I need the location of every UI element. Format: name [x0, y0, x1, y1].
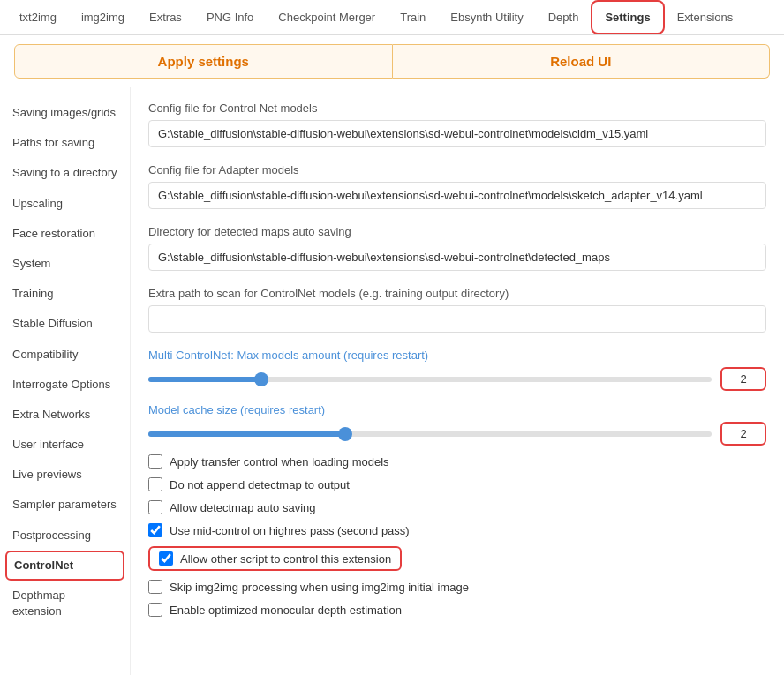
sidebar-item-controlnet[interactable]: ControlNet: [5, 551, 124, 581]
nav-extras[interactable]: Extras: [137, 2, 194, 33]
nav-depth[interactable]: Depth: [536, 2, 592, 33]
sidebar-item-upscaling[interactable]: Upscaling: [0, 189, 130, 219]
top-navigation: txt2img img2img Extras PNG Info Checkpoi…: [0, 0, 784, 35]
multi-controlnet-fill: [148, 377, 261, 382]
multi-controlnet-label: Multi ControlNet: Max models amount (req…: [148, 349, 766, 362]
sidebar-item-face-restoration[interactable]: Face restoration: [0, 219, 130, 249]
checkbox-enable-monocular-label: Enable optimized monocular depth estimat…: [170, 604, 402, 617]
nav-img2img[interactable]: img2img: [69, 2, 137, 33]
checkbox-apply-transfer: Apply transfer control when loading mode…: [148, 454, 766, 469]
checkbox-skip-img2img-input[interactable]: [148, 580, 162, 594]
sidebar-item-saving-images[interactable]: Saving images/grids: [0, 98, 130, 128]
config-controlnet-input[interactable]: [148, 120, 766, 147]
dir-detected-label: Directory for detected maps auto saving: [148, 225, 766, 238]
checkbox-mid-control: Use mid-control on highres pass (second …: [148, 523, 766, 537]
sidebar-item-saving-to-directory[interactable]: Saving to a directory: [0, 158, 130, 188]
sidebar-item-depthmap[interactable]: Depthmap extension: [0, 581, 130, 626]
sidebar-item-user-interface[interactable]: User interface: [0, 430, 130, 460]
reload-ui-button[interactable]: Reload UI: [393, 44, 771, 79]
multi-controlnet-thumb[interactable]: [254, 372, 268, 386]
sidebar-item-interrogate-options[interactable]: Interrogate Options: [0, 370, 130, 400]
nav-checkpoint-merger[interactable]: Checkpoint Merger: [266, 2, 388, 33]
nav-extensions[interactable]: Extensions: [665, 2, 746, 33]
sidebar-item-training[interactable]: Training: [0, 279, 130, 309]
checkbox-enable-monocular-input[interactable]: [148, 603, 162, 617]
config-adapter-label: Config file for Adapter models: [148, 163, 766, 176]
model-cache-track[interactable]: [148, 431, 712, 437]
extra-path-input[interactable]: [148, 305, 766, 333]
model-cache-thumb[interactable]: [338, 427, 352, 441]
sidebar-item-sampler-parameters[interactable]: Sampler parameters: [0, 490, 130, 520]
config-adapter-input[interactable]: [148, 182, 766, 209]
multi-controlnet-slider-row: 2: [148, 367, 766, 391]
sidebar-item-extra-networks[interactable]: Extra Networks: [0, 400, 130, 430]
multi-controlnet-track[interactable]: [148, 377, 712, 382]
model-cache-slider-row: 2: [148, 422, 766, 446]
model-cache-fill: [148, 431, 345, 437]
checkbox-allow-script: Allow other script to control this exten…: [148, 546, 766, 571]
model-cache-value[interactable]: 2: [720, 422, 766, 446]
dir-detected-input[interactable]: [148, 244, 766, 271]
settings-content: Config file for Control Net models Confi…: [131, 87, 784, 675]
checkbox-mid-control-input[interactable]: [148, 523, 162, 537]
checkbox-mid-control-label: Use mid-control on highres pass (second …: [170, 524, 410, 537]
checkbox-enable-monocular: Enable optimized monocular depth estimat…: [148, 603, 766, 617]
checkbox-allow-script-label: Allow other script to control this exten…: [180, 552, 391, 566]
nav-train[interactable]: Train: [388, 2, 438, 33]
checkbox-skip-img2img-label: Skip img2img processing when using img2i…: [170, 581, 469, 594]
sidebar-item-system[interactable]: System: [0, 249, 130, 279]
checkbox-skip-img2img: Skip img2img processing when using img2i…: [148, 580, 766, 594]
sidebar-item-live-previews[interactable]: Live previews: [0, 460, 130, 490]
checkbox-apply-transfer-input[interactable]: [148, 454, 162, 469]
action-row: Apply settings Reload UI: [0, 35, 784, 87]
main-layout: Saving images/grids Paths for saving Sav…: [0, 87, 784, 675]
checkbox-no-append-label: Do not append detectmap to output: [170, 478, 350, 491]
nav-png-info[interactable]: PNG Info: [194, 2, 266, 33]
checkbox-no-append: Do not append detectmap to output: [148, 477, 766, 491]
checkbox-allow-detectmap-label: Allow detectmap auto saving: [170, 501, 315, 514]
model-cache-label: Model cache size (requires restart): [148, 403, 766, 416]
checkbox-allow-script-input[interactable]: [159, 551, 173, 566]
config-controlnet-label: Config file for Control Net models: [148, 101, 766, 115]
nav-txt2img[interactable]: txt2img: [7, 2, 69, 33]
sidebar: Saving images/grids Paths for saving Sav…: [0, 87, 131, 675]
nav-settings[interactable]: Settings: [591, 0, 664, 34]
sidebar-item-postprocessing[interactable]: Postprocessing: [0, 521, 130, 551]
nav-ebsynth[interactable]: Ebsynth Utility: [438, 2, 535, 33]
apply-settings-button[interactable]: Apply settings: [14, 44, 393, 79]
checkbox-apply-transfer-label: Apply transfer control when loading mode…: [170, 455, 389, 469]
checkbox-no-append-input[interactable]: [148, 477, 162, 491]
extra-path-label: Extra path to scan for ControlNet models…: [148, 287, 766, 300]
sidebar-item-stable-diffusion[interactable]: Stable Diffusion: [0, 309, 130, 339]
checkbox-allow-detectmap: Allow detectmap auto saving: [148, 500, 766, 514]
sidebar-item-paths-for-saving[interactable]: Paths for saving: [0, 128, 130, 158]
multi-controlnet-value[interactable]: 2: [720, 367, 766, 391]
sidebar-item-compatibility[interactable]: Compatibility: [0, 340, 130, 370]
checkbox-allow-detectmap-input[interactable]: [148, 500, 162, 514]
